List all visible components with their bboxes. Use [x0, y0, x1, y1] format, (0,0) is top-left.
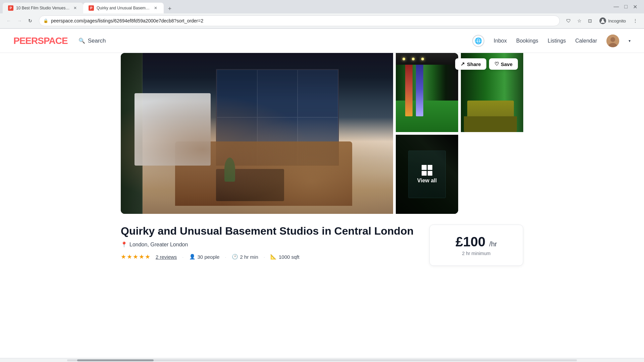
price-minimum: 2 hr minimum	[440, 251, 512, 256]
side-photo-bottom-right[interactable]: View all	[396, 135, 458, 214]
language-globe-button[interactable]: 🌐	[472, 35, 484, 47]
heart-icon: ♡	[494, 61, 499, 67]
search-button[interactable]: 🔍 Search	[78, 38, 106, 44]
clock-icon: 🕐	[232, 254, 238, 260]
listing-metadata: ★ ★ ★ ★ ★ 2 reviews · 👤 30 people · �	[121, 253, 416, 260]
url-text: peerspace.com/pages/listings/62694ef8fd5…	[51, 18, 555, 23]
browser-extension-area: 🛡 ☆ ⊡ Incognito ⋮	[564, 16, 640, 25]
side-photos: ↗ Share ♡ Save	[396, 53, 523, 214]
refresh-button[interactable]: ↻	[25, 16, 35, 25]
price-display: £100 /hr	[440, 234, 512, 249]
navbar: PEERSPACE 🔍 Search 🌐 Inbox Bookings List…	[0, 29, 644, 53]
location-text: London, Greater London	[129, 242, 188, 248]
separator-3: ·	[264, 254, 265, 260]
profile-switcher-icon[interactable]: ⊡	[585, 16, 595, 25]
size-info: 📐 1000 sqft	[270, 254, 300, 260]
tab-2-close[interactable]: ✕	[153, 5, 158, 11]
close-button[interactable]: ✕	[632, 2, 639, 11]
listing-details-section: Quirky and Unusual Basement Studios in C…	[121, 214, 523, 277]
duration-info: 🕐 2 hr min	[232, 254, 258, 260]
photo-gallery: ↗ Share ♡ Save	[121, 53, 523, 214]
main-photo[interactable]	[121, 53, 393, 214]
search-label: Search	[88, 38, 106, 44]
tab-2-title: Quirky and Unusual Basement S...	[97, 6, 150, 10]
scrollbar-track	[67, 359, 577, 361]
listing-location: 📍 London, Greater London	[121, 241, 416, 248]
tab-1-title: 10 Best Film Studio Venues - Lo...	[16, 6, 70, 10]
window-controls: — □ ✕	[607, 0, 644, 13]
view-all-overlay[interactable]: View all	[396, 135, 458, 214]
star-1: ★	[121, 253, 126, 260]
listing-main-info: Quirky and Unusual Basement Studios in C…	[121, 225, 416, 260]
horizontal-scrollbar[interactable]	[0, 358, 644, 362]
capacity-icon: 👤	[189, 254, 196, 260]
chrome-menu-button[interactable]: ⋮	[631, 16, 640, 25]
incognito-indicator[interactable]: Incognito	[596, 16, 629, 25]
address-bar[interactable]: 🔒 peerspace.com/pages/listings/62694ef8f…	[39, 15, 560, 26]
size-text: 1000 sqft	[279, 254, 300, 260]
back-button[interactable]: ←	[4, 16, 13, 25]
star-4: ★	[139, 253, 144, 260]
location-pin-icon: 📍	[121, 241, 127, 248]
pricing-card: £100 /hr 2 hr minimum	[429, 225, 523, 266]
tab-2-favicon: P	[89, 5, 94, 11]
user-avatar[interactable]	[606, 35, 619, 47]
browser-toolbar: ← → ↻ 🔒 peerspace.com/pages/listings/626…	[0, 13, 644, 28]
listings-link[interactable]: Listings	[548, 38, 566, 44]
forward-button[interactable]: →	[15, 16, 24, 25]
price-currency: £100	[455, 234, 489, 249]
star-rating: ★ ★ ★ ★ ★	[121, 253, 150, 260]
globe-icon: 🌐	[475, 37, 482, 45]
star-5: ★	[145, 253, 150, 260]
peerspace-logo[interactable]: PEERSPACE	[13, 36, 68, 46]
scrollbar-thumb[interactable]	[77, 359, 154, 361]
minimize-button[interactable]: —	[612, 2, 620, 11]
new-tab-button[interactable]: +	[165, 4, 174, 13]
svg-point-2	[610, 37, 615, 42]
bookings-link[interactable]: Bookings	[516, 38, 538, 44]
incognito-label: Incognito	[608, 18, 626, 23]
duration-text: 2 hr min	[240, 254, 258, 260]
nav-right-area: 🌐 Inbox Bookings Listings Calendar ▾	[472, 35, 631, 47]
browser-chrome: P 10 Best Film Studio Venues - Lo... ✕ P…	[0, 0, 644, 29]
view-all-label: View all	[417, 178, 437, 184]
search-icon: 🔍	[78, 38, 85, 44]
separator-1: ·	[182, 254, 183, 260]
view-all-grid-icon	[422, 165, 432, 176]
calendar-link[interactable]: Calendar	[575, 38, 597, 44]
security-lock-icon: 🔒	[43, 18, 48, 23]
separator-2: ·	[225, 254, 226, 260]
tab-1-close[interactable]: ✕	[72, 5, 78, 11]
share-icon: ↗	[461, 61, 465, 67]
incognito-icon	[599, 17, 606, 24]
star-3: ★	[133, 253, 138, 260]
reviews-count[interactable]: 2 reviews	[156, 254, 177, 260]
main-content: ↗ Share ♡ Save	[107, 53, 537, 277]
price-unit: /hr	[489, 240, 497, 248]
listing-title: Quirky and Unusual Basement Studios in C…	[121, 225, 416, 237]
maximize-button[interactable]: □	[623, 2, 629, 11]
inbox-link[interactable]: Inbox	[494, 38, 507, 44]
tab-1-favicon: P	[8, 5, 13, 11]
side-photo-top[interactable]	[396, 53, 458, 132]
photo-action-buttons: ↗ Share ♡ Save	[455, 58, 518, 70]
ruler-icon: 📐	[270, 254, 277, 260]
capacity-info: 👤 30 people	[189, 254, 220, 260]
shield-extension-icon[interactable]: 🛡	[564, 16, 573, 25]
star-2: ★	[127, 253, 132, 260]
capacity-text: 30 people	[198, 254, 220, 260]
bookmark-star-icon[interactable]: ☆	[575, 16, 584, 25]
share-button[interactable]: ↗ Share	[455, 58, 486, 70]
user-menu-chevron-icon[interactable]: ▾	[629, 39, 631, 43]
save-button[interactable]: ♡ Save	[489, 58, 518, 70]
browser-tab-2[interactable]: P Quirky and Unusual Basement S... ✕	[83, 3, 164, 13]
browser-tab-1[interactable]: P 10 Best Film Studio Venues - Lo... ✕	[3, 3, 83, 13]
